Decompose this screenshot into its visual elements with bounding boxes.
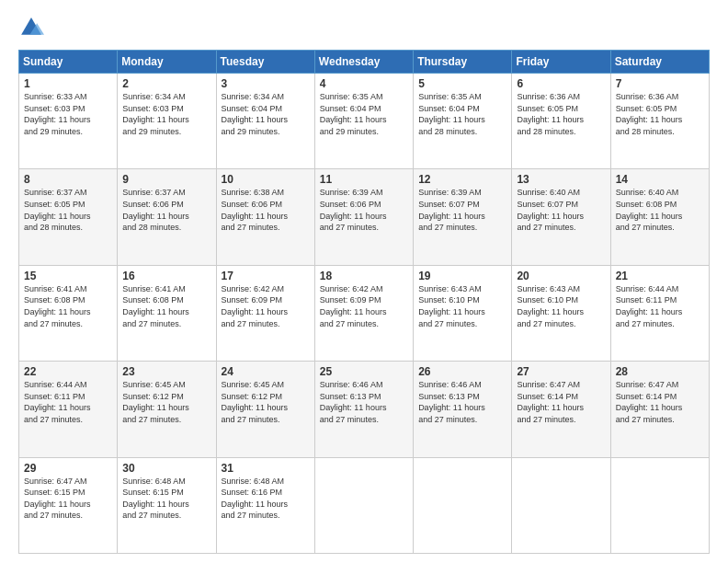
day-number: 20: [517, 270, 605, 282]
calendar-cell: 7 Sunrise: 6:36 AMSunset: 6:05 PMDayligh…: [610, 74, 709, 169]
calendar-cell: 22 Sunrise: 6:44 AMSunset: 6:11 PMDaylig…: [19, 362, 118, 457]
day-number: 9: [122, 173, 210, 186]
calendar-cell: [414, 457, 512, 553]
calendar-cell: 1 Sunrise: 6:33 AMSunset: 6:03 PMDayligh…: [19, 74, 118, 169]
calendar-cell: 3 Sunrise: 6:34 AMSunset: 6:04 PMDayligh…: [216, 74, 314, 169]
day-number: 21: [616, 270, 704, 282]
day-info: Sunrise: 6:42 AMSunset: 6:09 PMDaylight:…: [222, 284, 289, 328]
day-info: Sunrise: 6:45 AMSunset: 6:12 PMDaylight:…: [222, 380, 289, 424]
calendar-cell: 25 Sunrise: 6:46 AMSunset: 6:13 PMDaylig…: [314, 362, 413, 457]
day-number: 16: [122, 270, 210, 282]
day-info: Sunrise: 6:38 AMSunset: 6:06 PMDaylight:…: [222, 188, 289, 232]
day-header-saturday: Saturday: [610, 51, 709, 74]
calendar-cell: 15 Sunrise: 6:41 AMSunset: 6:08 PMDaylig…: [19, 265, 118, 361]
day-of-week-header-row: SundayMondayTuesdayWednesdayThursdayFrid…: [19, 51, 710, 74]
day-info: Sunrise: 6:44 AMSunset: 6:11 PMDaylight:…: [616, 284, 683, 328]
calendar-cell: 8 Sunrise: 6:37 AMSunset: 6:05 PMDayligh…: [19, 169, 118, 265]
day-header-sunday: Sunday: [19, 51, 118, 74]
day-number: 3: [222, 77, 310, 90]
day-number: 24: [222, 365, 310, 378]
day-info: Sunrise: 6:37 AMSunset: 6:06 PMDaylight:…: [122, 188, 189, 232]
day-header-monday: Monday: [118, 51, 216, 74]
calendar-cell: 18 Sunrise: 6:42 AMSunset: 6:09 PMDaylig…: [314, 265, 413, 361]
day-number: 17: [222, 270, 310, 282]
day-info: Sunrise: 6:35 AMSunset: 6:04 PMDaylight:…: [320, 92, 387, 136]
day-number: 14: [616, 173, 704, 186]
day-number: 11: [320, 173, 408, 186]
day-info: Sunrise: 6:39 AMSunset: 6:06 PMDaylight:…: [320, 188, 387, 232]
day-info: Sunrise: 6:48 AMSunset: 6:15 PMDaylight:…: [122, 477, 189, 521]
day-info: Sunrise: 6:41 AMSunset: 6:08 PMDaylight:…: [122, 284, 189, 328]
day-number: 29: [24, 462, 112, 475]
calendar-cell: 20 Sunrise: 6:43 AMSunset: 6:10 PMDaylig…: [512, 265, 610, 361]
calendar-week-5: 29 Sunrise: 6:47 AMSunset: 6:15 PMDaylig…: [19, 457, 710, 553]
day-number: 18: [320, 270, 408, 282]
header: [18, 15, 710, 40]
day-number: 10: [222, 173, 310, 186]
day-info: Sunrise: 6:46 AMSunset: 6:13 PMDaylight:…: [320, 380, 387, 424]
calendar-cell: 24 Sunrise: 6:45 AMSunset: 6:12 PMDaylig…: [216, 362, 314, 457]
day-info: Sunrise: 6:39 AMSunset: 6:07 PMDaylight:…: [418, 188, 485, 232]
day-number: 12: [418, 173, 506, 186]
calendar-cell: 4 Sunrise: 6:35 AMSunset: 6:04 PMDayligh…: [314, 74, 413, 169]
calendar-week-3: 15 Sunrise: 6:41 AMSunset: 6:08 PMDaylig…: [19, 265, 710, 361]
day-number: 19: [418, 270, 506, 282]
calendar-cell: 13 Sunrise: 6:40 AMSunset: 6:07 PMDaylig…: [512, 169, 610, 265]
day-info: Sunrise: 6:43 AMSunset: 6:10 PMDaylight:…: [418, 284, 485, 328]
logo-icon: [18, 15, 44, 40]
day-number: 15: [24, 270, 112, 282]
day-info: Sunrise: 6:41 AMSunset: 6:08 PMDaylight:…: [24, 284, 91, 328]
day-info: Sunrise: 6:36 AMSunset: 6:05 PMDaylight:…: [616, 92, 683, 136]
day-number: 25: [320, 365, 408, 378]
day-info: Sunrise: 6:36 AMSunset: 6:05 PMDaylight:…: [517, 92, 584, 136]
calendar-week-4: 22 Sunrise: 6:44 AMSunset: 6:11 PMDaylig…: [19, 362, 710, 457]
calendar-cell: 9 Sunrise: 6:37 AMSunset: 6:06 PMDayligh…: [118, 169, 216, 265]
calendar-cell: 5 Sunrise: 6:35 AMSunset: 6:04 PMDayligh…: [414, 74, 512, 169]
calendar-cell: 27 Sunrise: 6:47 AMSunset: 6:14 PMDaylig…: [512, 362, 610, 457]
calendar-cell: 14 Sunrise: 6:40 AMSunset: 6:08 PMDaylig…: [610, 169, 709, 265]
calendar-cell: [314, 457, 413, 553]
day-info: Sunrise: 6:40 AMSunset: 6:07 PMDaylight:…: [517, 188, 584, 232]
day-number: 27: [517, 365, 605, 378]
day-number: 30: [122, 462, 210, 475]
day-info: Sunrise: 6:35 AMSunset: 6:04 PMDaylight:…: [418, 92, 485, 136]
day-info: Sunrise: 6:43 AMSunset: 6:10 PMDaylight:…: [517, 284, 584, 328]
day-header-friday: Friday: [512, 51, 610, 74]
calendar-cell: 6 Sunrise: 6:36 AMSunset: 6:05 PMDayligh…: [512, 74, 610, 169]
calendar-week-1: 1 Sunrise: 6:33 AMSunset: 6:03 PMDayligh…: [19, 74, 710, 169]
calendar-cell: 17 Sunrise: 6:42 AMSunset: 6:09 PMDaylig…: [216, 265, 314, 361]
day-number: 7: [616, 77, 704, 90]
logo: [18, 15, 48, 40]
calendar-cell: 10 Sunrise: 6:38 AMSunset: 6:06 PMDaylig…: [216, 169, 314, 265]
day-header-thursday: Thursday: [414, 51, 512, 74]
day-number: 28: [616, 365, 704, 378]
day-info: Sunrise: 6:47 AMSunset: 6:14 PMDaylight:…: [616, 380, 683, 424]
calendar-cell: [610, 457, 709, 553]
calendar-cell: [512, 457, 610, 553]
calendar-cell: 11 Sunrise: 6:39 AMSunset: 6:06 PMDaylig…: [314, 169, 413, 265]
day-number: 31: [222, 462, 310, 475]
day-info: Sunrise: 6:37 AMSunset: 6:05 PMDaylight:…: [24, 188, 91, 232]
day-number: 22: [24, 365, 112, 378]
day-header-tuesday: Tuesday: [216, 51, 314, 74]
day-number: 23: [122, 365, 210, 378]
calendar-cell: 29 Sunrise: 6:47 AMSunset: 6:15 PMDaylig…: [19, 457, 118, 553]
day-number: 8: [24, 173, 112, 186]
calendar-cell: 12 Sunrise: 6:39 AMSunset: 6:07 PMDaylig…: [414, 169, 512, 265]
calendar-cell: 16 Sunrise: 6:41 AMSunset: 6:08 PMDaylig…: [118, 265, 216, 361]
day-number: 2: [122, 77, 210, 90]
day-info: Sunrise: 6:46 AMSunset: 6:13 PMDaylight:…: [418, 380, 485, 424]
day-info: Sunrise: 6:34 AMSunset: 6:03 PMDaylight:…: [122, 92, 189, 136]
calendar-cell: 21 Sunrise: 6:44 AMSunset: 6:11 PMDaylig…: [610, 265, 709, 361]
day-info: Sunrise: 6:48 AMSunset: 6:16 PMDaylight:…: [222, 477, 289, 521]
day-number: 4: [320, 77, 408, 90]
day-number: 13: [517, 173, 605, 186]
day-header-wednesday: Wednesday: [314, 51, 413, 74]
day-number: 6: [517, 77, 605, 90]
day-number: 5: [418, 77, 506, 90]
calendar-cell: 23 Sunrise: 6:45 AMSunset: 6:12 PMDaylig…: [118, 362, 216, 457]
calendar-cell: 31 Sunrise: 6:48 AMSunset: 6:16 PMDaylig…: [216, 457, 314, 553]
day-info: Sunrise: 6:47 AMSunset: 6:14 PMDaylight:…: [517, 380, 584, 424]
day-number: 26: [418, 365, 506, 378]
day-info: Sunrise: 6:40 AMSunset: 6:08 PMDaylight:…: [616, 188, 683, 232]
